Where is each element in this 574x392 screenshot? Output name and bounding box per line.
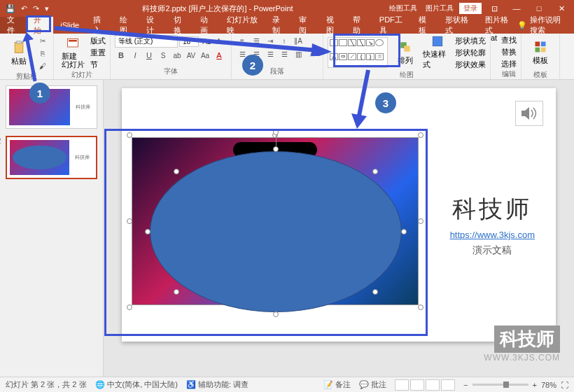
tab-file[interactable]: 文件: [0, 17, 27, 34]
thumbnail-1[interactable]: 1 * 科技师: [6, 85, 97, 129]
zoom-level[interactable]: 78%: [541, 381, 556, 389]
fit-window-icon[interactable]: ⛶: [561, 381, 568, 389]
group-templates: 模板 模板: [522, 34, 560, 79]
svg-rect-5: [404, 46, 410, 51]
audio-icon[interactable]: [515, 101, 543, 126]
quick-access-toolbar: 💾 ↶ ↷ ▾: [0, 4, 49, 13]
thumbnail-2[interactable]: 2 * 科技师: [6, 136, 97, 179]
reading-view-icon[interactable]: [426, 379, 440, 391]
group-editing: 查找 替换 选择 编辑: [497, 34, 522, 79]
view-buttons: [395, 379, 455, 391]
status-bar: 幻灯片 第 2 张，共 2 张 🌐 中文(简体, 中国大陆) ♿ 辅助功能: 调…: [0, 377, 574, 392]
slide-thumbnails: 1 * 科技师 2 * 科技师: [0, 80, 104, 377]
close-icon[interactable]: ✕: [552, 1, 571, 15]
minimize-icon[interactable]: —: [507, 1, 526, 15]
qat-dropdown-icon[interactable]: ▾: [45, 4, 49, 13]
annotation-box-3: [104, 129, 428, 336]
undo-icon[interactable]: ↶: [21, 4, 27, 13]
annotation-number-2: 2: [242, 55, 263, 76]
shape-outline-button[interactable]: 形状轮廓: [455, 48, 486, 58]
accessibility-check[interactable]: ♿ 辅助功能: 调查: [186, 379, 248, 390]
templates-button[interactable]: 模板: [526, 35, 555, 70]
picture-tools-tab[interactable]: 图片工具: [423, 4, 456, 13]
svg-rect-6: [433, 36, 442, 46]
slideshow-view-icon[interactable]: [441, 379, 455, 391]
annotation-number-3: 3: [375, 92, 396, 113]
slide-url[interactable]: https://www.3kjs.com: [450, 230, 535, 240]
slide-subtitle: 演示文稿: [450, 244, 535, 257]
tab-pdf[interactable]: PDF工具: [372, 17, 412, 34]
slide-text-block[interactable]: 科技师 https://www.3kjs.com 演示文稿: [450, 193, 535, 257]
section-button[interactable]: 节: [90, 59, 106, 70]
drawing-tools-tab[interactable]: 绘图工具: [386, 4, 420, 13]
tell-me-search[interactable]: 💡 操作说明搜索: [517, 15, 574, 36]
select-button[interactable]: 选择: [501, 59, 517, 69]
annotation-arrow-1: [21, 32, 42, 84]
comments-button[interactable]: 💬 批注: [359, 379, 386, 390]
ribbon-options-icon[interactable]: ⊡: [484, 1, 504, 15]
annotation-arrow-2: [52, 25, 335, 56]
slide-title: 科技师: [450, 193, 535, 225]
normal-view-icon[interactable]: [395, 379, 409, 391]
sorter-view-icon[interactable]: [410, 379, 424, 391]
zoom-in-icon[interactable]: +: [533, 381, 537, 389]
save-icon[interactable]: 💾: [6, 4, 15, 13]
quickstyle-icon: [430, 35, 444, 48]
svg-rect-10: [541, 47, 546, 52]
svg-rect-7: [536, 41, 540, 46]
find-button[interactable]: 查找: [501, 35, 517, 46]
quick-style-button[interactable]: 快速样式: [423, 35, 452, 70]
annotation-box-2: [333, 34, 400, 67]
redo-icon[interactable]: ↷: [33, 4, 39, 13]
template-icon: [533, 40, 547, 54]
lightbulb-icon: 💡: [517, 21, 527, 30]
annotation-number-1: 1: [29, 83, 50, 104]
tab-help[interactable]: 帮助: [346, 17, 372, 34]
maximize-icon[interactable]: □: [529, 1, 549, 15]
svg-rect-9: [536, 47, 540, 52]
replace-button[interactable]: 替换: [501, 47, 517, 57]
arrange-icon: [398, 40, 412, 54]
zoom-slider[interactable]: [472, 384, 528, 386]
notes-button[interactable]: 📝 备注: [323, 379, 351, 390]
zoom-out-icon[interactable]: −: [463, 381, 468, 389]
zoom-control[interactable]: − + 78% ⛶: [463, 381, 568, 389]
slide-counter[interactable]: 幻灯片 第 2 张，共 2 张: [6, 379, 87, 390]
tab-template[interactable]: 模板: [412, 17, 438, 34]
tab-shape-format[interactable]: 形状格式: [438, 17, 477, 34]
shape-effects-button[interactable]: 形状效果: [455, 59, 486, 70]
shape-fill-button[interactable]: 形状填充: [455, 36, 486, 46]
annotation-box-1: [26, 15, 51, 32]
language-indicator[interactable]: 🌐 中文(简体, 中国大陆): [95, 379, 178, 390]
window-title: 科技师2.pptx [用户上次保存的] - PowerPoint: [49, 4, 386, 14]
login-button[interactable]: 登录: [459, 3, 482, 14]
tab-picture-format[interactable]: 图片格式: [478, 17, 517, 34]
annotation-arrow-3: [350, 67, 378, 130]
svg-rect-8: [541, 41, 546, 46]
watermark: 科技师 WWW.3KJS.COM: [484, 326, 560, 363]
